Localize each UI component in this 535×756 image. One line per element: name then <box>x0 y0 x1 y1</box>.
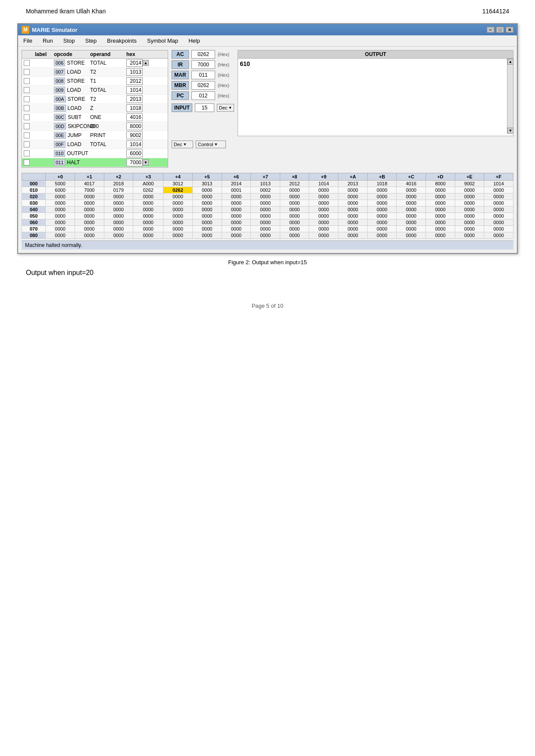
menu-file[interactable]: File <box>22 37 34 45</box>
output-scroll-down[interactable]: ▼ <box>507 128 513 134</box>
registers-column: AC 0262 (Hex) IR 7000 (Hex) MAR 011 (Hex… <box>172 50 234 136</box>
memory-cell: 0000 <box>426 200 455 206</box>
menu-step[interactable]: Step <box>84 37 99 45</box>
memory-cell: 0262 <box>133 187 163 194</box>
memory-cell: 0000 <box>133 226 163 232</box>
program-row: 00DSKIPCOND000 <box>22 122 168 131</box>
program-hex-input[interactable] <box>126 141 143 148</box>
memory-cell: 0000 <box>367 187 397 194</box>
memory-cell: 0000 <box>163 219 193 226</box>
memory-cell: 0000 <box>46 213 75 219</box>
program-checkbox[interactable] <box>24 69 30 75</box>
memory-cell: 0000 <box>192 219 222 226</box>
memory-cell: 0000 <box>397 194 426 200</box>
program-addr: 00E <box>54 132 66 139</box>
program-hex-input[interactable] <box>126 95 143 103</box>
memory-cell: 2014 <box>222 181 251 187</box>
output-scroll-track <box>507 65 513 128</box>
memory-col-header: +7 <box>251 173 280 181</box>
output-scrollbar[interactable]: ▲ ▼ <box>507 59 513 134</box>
memory-row: 0600000000000000000000000000000000000000… <box>22 219 513 226</box>
program-opcode: 010OUTPUT <box>54 150 88 157</box>
output-scroll-up[interactable]: ▲ <box>507 59 513 65</box>
input-label: INPUT <box>172 103 192 112</box>
program-hex-input[interactable] <box>126 77 143 85</box>
dec-dropdown[interactable]: Dec ▼ <box>172 141 193 148</box>
program-checkbox[interactable] <box>24 105 30 111</box>
program-checkbox[interactable] <box>24 141 30 147</box>
memory-cell: 0000 <box>484 232 513 239</box>
minimize-button[interactable]: − <box>487 27 494 33</box>
program-hex-input[interactable] <box>126 113 143 121</box>
memory-row-addr: 070 <box>22 226 46 232</box>
program-operand: 000 <box>90 123 125 129</box>
program-hex-input[interactable] <box>126 150 143 157</box>
program-hex-input[interactable] <box>126 104 143 112</box>
program-hex-input[interactable] <box>126 122 143 130</box>
register-mbr: MBR 0262 (Hex) <box>172 81 234 90</box>
program-operand: TOTAL <box>90 87 125 93</box>
close-button[interactable]: ✕ <box>506 27 513 33</box>
program-checkbox[interactable] <box>24 78 30 84</box>
program-checkbox[interactable] <box>24 87 30 93</box>
memory-cell: 0000 <box>251 219 280 226</box>
memory-cell: 0000 <box>104 213 133 219</box>
program-checkbox[interactable] <box>24 123 30 129</box>
program-opcode-text: STORE <box>67 78 84 84</box>
program-scroll-arrow[interactable]: ▼ <box>143 159 149 166</box>
menu-breakpoints[interactable]: Breakpoints <box>105 37 138 45</box>
memory-cell: 0000 <box>192 206 222 213</box>
memory-cell: 0000 <box>280 187 309 194</box>
output-label: OUTPUT <box>238 50 513 59</box>
program-operand: T2 <box>90 69 125 75</box>
control-dropdown[interactable]: Control ▼ <box>196 141 226 148</box>
program-checkbox[interactable] <box>24 132 30 138</box>
program-hex <box>126 104 152 112</box>
input-value[interactable]: 15 <box>195 103 214 112</box>
menu-stop[interactable]: Stop <box>62 37 77 45</box>
menu-run[interactable]: Run <box>41 37 55 45</box>
menu-symbol-map[interactable]: Symbol Map <box>145 37 180 45</box>
input-format-dropdown[interactable]: Dec ▼ <box>217 104 234 112</box>
memory-cell: 0000 <box>397 213 426 219</box>
memory-cell: 0000 <box>192 200 222 206</box>
program-checkbox[interactable] <box>24 114 30 120</box>
program-scroll-arrow[interactable]: ▲ <box>143 60 149 66</box>
program-checkbox[interactable] <box>24 159 30 166</box>
col-check <box>24 51 33 57</box>
program-hex-input[interactable] <box>126 68 143 76</box>
program-hex-input[interactable] <box>126 131 143 139</box>
menu-help[interactable]: Help <box>187 37 202 45</box>
memory-cell: 0000 <box>222 194 251 200</box>
memory-row: 0700000000000000000000000000000000000000… <box>22 226 513 232</box>
memory-cell: 0000 <box>280 200 309 206</box>
memory-cell: 0000 <box>222 232 251 239</box>
memory-cell: 4017 <box>75 181 104 187</box>
program-hex-input[interactable] <box>126 86 143 94</box>
dec-control-row: Dec ▼ Control ▼ <box>172 141 513 148</box>
program-opcode-text: HALT <box>67 159 80 166</box>
memory-cell: 0000 <box>397 187 426 194</box>
memory-cell: 1018 <box>367 181 397 187</box>
memory-cell: 0000 <box>222 219 251 226</box>
memory-cell: 0000 <box>484 206 513 213</box>
program-hex-input[interactable] <box>126 59 143 67</box>
program-opcode: 011HALT <box>54 159 88 166</box>
maximize-button[interactable]: □ <box>496 27 504 33</box>
window-controls[interactable]: − □ ✕ <box>487 27 513 33</box>
output-box: OUTPUT 610 ▲ ▼ <box>238 50 513 136</box>
window-title: MARIE Simulator <box>32 27 77 33</box>
memory-cell: 0000 <box>75 219 104 226</box>
memory-cell: 0000 <box>104 226 133 232</box>
memory-cell: 0000 <box>280 219 309 226</box>
memory-cell: 0000 <box>426 232 455 239</box>
memory-col-header: +0 <box>46 173 75 181</box>
program-checkbox[interactable] <box>24 60 30 66</box>
memory-cell: 0000 <box>367 226 397 232</box>
program-hex-input[interactable] <box>126 159 143 166</box>
memory-cell: 0000 <box>222 226 251 232</box>
memory-cell: 0000 <box>309 194 338 200</box>
program-checkbox[interactable] <box>24 150 30 156</box>
memory-cell: 0000 <box>133 219 163 226</box>
program-checkbox[interactable] <box>24 96 30 102</box>
